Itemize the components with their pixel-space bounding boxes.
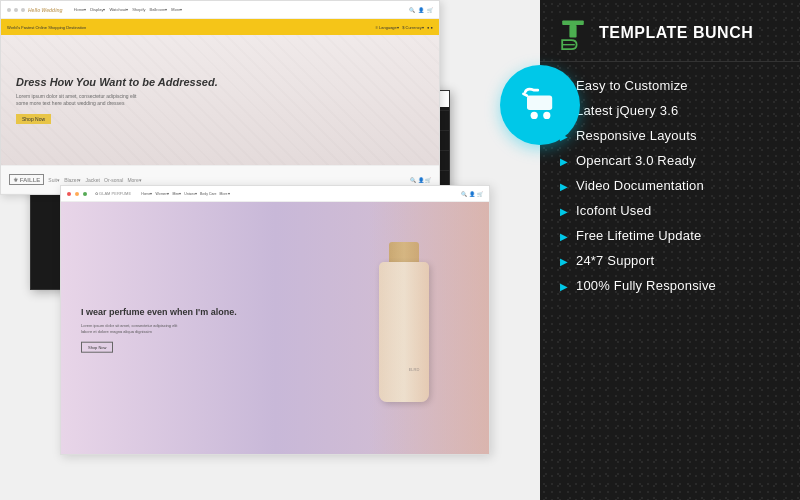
- brand-logo-icon: [555, 15, 591, 51]
- feature-text: Icofont Used: [576, 203, 651, 218]
- feature-text: Easy to Customize: [576, 78, 688, 93]
- nav-item: Home▾: [141, 192, 152, 196]
- nav-item: Home▾: [74, 7, 87, 12]
- search-icon[interactable]: 🔍: [461, 191, 467, 197]
- nav-item: Watchout▾: [109, 7, 128, 12]
- feature-text: Opencart 3.0 Ready: [576, 153, 696, 168]
- mockup-perfume: ✿ GLAM PERFUME Home▾ Women▾ Men▾ Unisex▾…: [60, 185, 490, 455]
- cart-circle: [500, 65, 580, 145]
- svg-rect-4: [527, 95, 552, 109]
- woman-figure: [339, 202, 489, 455]
- nav-item: Shopify: [132, 7, 145, 12]
- nav-item: Unisex▾: [184, 192, 197, 196]
- wedding-subtitle: Lorem ipsum dolor sit amet, consectetur …: [16, 93, 424, 107]
- yellow-bar: World's Fastest Online Shopping Destinat…: [1, 19, 439, 35]
- right-panel: TEMPLATE BUNCH ▶Easy to Customize▶Latest…: [540, 0, 800, 500]
- feature-text: 24*7 Support: [576, 253, 654, 268]
- nav-item: Body Care: [200, 192, 217, 196]
- footer-logo: ⚜ FAILLE: [9, 174, 44, 185]
- perfume-nav-icons: 🔍 👤 🛒: [461, 191, 483, 197]
- wedding-hero-content: Dress How You Want to be Addressed. Lore…: [16, 75, 424, 125]
- nav-item: Ballroom▾: [150, 7, 168, 12]
- nav-dot: [75, 192, 79, 196]
- nav-dot: [14, 8, 18, 12]
- feature-arrow-icon: ▶: [560, 231, 568, 242]
- feature-item: ▶Video Documentation: [560, 174, 785, 197]
- feature-arrow-icon: ▶: [560, 156, 568, 167]
- perfume-nav-items: Home▾ Women▾ Men▾ Unisex▾ Body Care More…: [141, 192, 229, 196]
- yellow-bar-options: ≡ Language▾ $ Currency▾ ● ●: [376, 25, 433, 30]
- feature-arrow-icon: ▶: [560, 256, 568, 267]
- nav-items: Home▾ Display▾ Watchout▾ Shopify Ballroo…: [74, 7, 183, 12]
- wedding-logo: Hello Wedding: [28, 7, 63, 13]
- nav-item: Display▾: [90, 7, 105, 12]
- cart-nav-icon[interactable]: 🛒: [427, 7, 433, 13]
- nav-dot: [67, 192, 71, 196]
- feature-arrow-icon: ▶: [560, 181, 568, 192]
- feature-item: ▶100% Fully Responsive: [560, 274, 785, 297]
- feature-text: Latest jQuery 3.6: [576, 103, 678, 118]
- feature-item: ▶Responsive Layouts: [560, 124, 785, 147]
- nav-item: Men▾: [172, 192, 181, 196]
- feature-text: Free Lifetime Update: [576, 228, 701, 243]
- brand-name: TEMPLATE BUNCH: [599, 24, 753, 42]
- feature-item: ▶Opencart 3.0 Ready: [560, 149, 785, 172]
- brand-header: TEMPLATE BUNCH: [540, 0, 800, 62]
- user-icon[interactable]: 👤: [418, 7, 424, 13]
- footer-icons: 🔍 👤 🛒: [410, 177, 431, 183]
- wedding-title: Dress How You Want to be Addressed.: [16, 75, 424, 89]
- wedding-cta[interactable]: Shop Now: [16, 114, 51, 124]
- cart-icon: [518, 83, 563, 128]
- nav-dot: [7, 8, 11, 12]
- svg-point-6: [543, 111, 550, 118]
- mockup-perfume-nav: ✿ GLAM PERFUME Home▾ Women▾ Men▾ Unisex▾…: [61, 186, 489, 202]
- perfume-desc: Lorem ipsum dolor sit amet, consectetur …: [81, 322, 237, 334]
- feature-arrow-icon: ▶: [560, 206, 568, 217]
- left-panel: Hello Wedding Home▾ Display▾ Watchout▾ S…: [0, 0, 540, 500]
- yellow-bar-text: World's Fastest Online Shopping Destinat…: [7, 25, 86, 30]
- nav-item: More▾: [171, 7, 182, 12]
- feature-item: ▶Easy to Customize: [560, 74, 785, 97]
- cart-icon[interactable]: 🛒: [477, 191, 483, 197]
- feature-item: ▶Free Lifetime Update: [560, 224, 785, 247]
- nav-dot: [83, 192, 87, 196]
- perfume-text: I wear perfume even when I'm alone. Lore…: [81, 306, 237, 353]
- nav-item: More▾: [220, 192, 230, 196]
- wedding-hero: Dress How You Want to be Addressed. Lore…: [1, 35, 439, 165]
- feature-item: ▶Icofont Used: [560, 199, 785, 222]
- svg-rect-2: [569, 25, 576, 38]
- nav-dot: [21, 8, 25, 12]
- feature-item: ▶Latest jQuery 3.6: [560, 99, 785, 122]
- perfume-hero: I wear perfume even when I'm alone. Lore…: [61, 202, 489, 455]
- nav-item: Women▾: [155, 192, 169, 196]
- feature-text: Responsive Layouts: [576, 128, 697, 143]
- feature-item: ▶24*7 Support: [560, 249, 785, 272]
- perfume-title: I wear perfume even when I'm alone.: [81, 306, 237, 319]
- nav-icons: 🔍 👤 🛒: [409, 7, 433, 13]
- svg-rect-1: [562, 20, 584, 25]
- svg-point-5: [530, 111, 537, 118]
- perfume-cta[interactable]: Shop Now: [81, 341, 113, 352]
- search-icon[interactable]: 🔍: [409, 7, 415, 13]
- mockup-wedding: Hello Wedding Home▾ Display▾ Watchout▾ S…: [0, 0, 440, 195]
- perfume-logo: ✿ GLAM PERFUME: [95, 191, 131, 196]
- footer-nav: Suit▾ Blazer▾ Jacket Or-sonal More▾: [48, 177, 141, 183]
- feature-text: Video Documentation: [576, 178, 704, 193]
- user-icon[interactable]: 👤: [469, 191, 475, 197]
- feature-text: 100% Fully Responsive: [576, 278, 716, 293]
- features-list: ▶Easy to Customize▶Latest jQuery 3.6▶Res…: [540, 62, 800, 500]
- mockup-wedding-nav: Hello Wedding Home▾ Display▾ Watchout▾ S…: [1, 1, 439, 19]
- feature-arrow-icon: ▶: [560, 281, 568, 292]
